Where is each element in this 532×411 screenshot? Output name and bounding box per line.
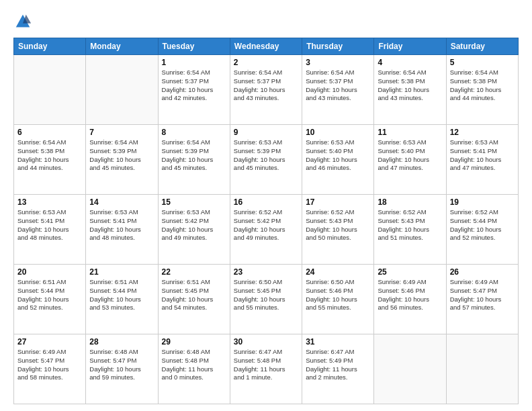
logo (13, 12, 35, 31)
calendar-cell: 23Sunrise: 6:50 AM Sunset: 5:45 PM Dayli… (230, 265, 302, 334)
day-info: Sunrise: 6:54 AM Sunset: 5:37 PM Dayligh… (306, 68, 370, 103)
day-info: Sunrise: 6:47 AM Sunset: 5:48 PM Dayligh… (234, 348, 298, 382)
day-number: 28 (89, 337, 154, 347)
calendar-header: SundayMondayTuesdayWednesdayThursdayFrid… (14, 38, 519, 55)
day-info: Sunrise: 6:52 AM Sunset: 5:42 PM Dayligh… (234, 208, 298, 242)
day-number: 9 (234, 128, 298, 137)
day-number: 2 (234, 58, 298, 67)
day-info: Sunrise: 6:47 AM Sunset: 5:49 PM Dayligh… (306, 348, 370, 382)
calendar-cell (374, 334, 446, 404)
header (13, 12, 519, 31)
calendar-week-row: 13Sunrise: 6:53 AM Sunset: 5:41 PM Dayli… (14, 195, 519, 265)
calendar-cell: 8Sunrise: 6:54 AM Sunset: 5:39 PM Daylig… (158, 125, 230, 195)
day-number: 29 (162, 337, 226, 347)
day-info: Sunrise: 6:54 AM Sunset: 5:39 PM Dayligh… (89, 138, 154, 173)
day-info: Sunrise: 6:51 AM Sunset: 5:44 PM Dayligh… (17, 278, 82, 312)
day-number: 25 (378, 267, 442, 277)
day-number: 23 (234, 267, 298, 277)
day-info: Sunrise: 6:54 AM Sunset: 5:38 PM Dayligh… (378, 68, 442, 103)
day-info: Sunrise: 6:54 AM Sunset: 5:37 PM Dayligh… (162, 68, 226, 103)
day-info: Sunrise: 6:53 AM Sunset: 5:40 PM Dayligh… (306, 138, 370, 173)
day-number: 11 (378, 128, 442, 137)
day-number: 3 (306, 58, 370, 67)
weekday-header: Saturday (446, 38, 518, 55)
calendar-cell: 22Sunrise: 6:51 AM Sunset: 5:45 PM Dayli… (158, 265, 230, 334)
day-info: Sunrise: 6:50 AM Sunset: 5:46 PM Dayligh… (306, 278, 370, 312)
day-info: Sunrise: 6:53 AM Sunset: 5:42 PM Dayligh… (162, 208, 226, 242)
logo-icon (13, 12, 32, 31)
calendar-cell: 14Sunrise: 6:53 AM Sunset: 5:41 PM Dayli… (86, 195, 158, 265)
day-info: Sunrise: 6:49 AM Sunset: 5:46 PM Dayligh… (378, 278, 442, 312)
day-number: 8 (162, 128, 226, 137)
day-number: 10 (306, 128, 370, 137)
day-info: Sunrise: 6:52 AM Sunset: 5:43 PM Dayligh… (306, 208, 370, 242)
calendar-cell (446, 334, 518, 404)
day-number: 20 (17, 267, 82, 277)
day-number: 24 (306, 267, 370, 277)
day-number: 21 (89, 267, 154, 277)
calendar-week-row: 27Sunrise: 6:49 AM Sunset: 5:47 PM Dayli… (14, 334, 519, 404)
calendar-cell: 26Sunrise: 6:49 AM Sunset: 5:47 PM Dayli… (446, 265, 518, 334)
calendar-cell: 9Sunrise: 6:53 AM Sunset: 5:39 PM Daylig… (230, 125, 302, 195)
calendar-table: SundayMondayTuesdayWednesdayThursdayFrid… (13, 38, 519, 404)
day-number: 1 (162, 58, 226, 67)
day-number: 12 (450, 128, 515, 137)
day-info: Sunrise: 6:53 AM Sunset: 5:40 PM Dayligh… (378, 138, 442, 173)
calendar-cell: 18Sunrise: 6:52 AM Sunset: 5:43 PM Dayli… (374, 195, 446, 265)
day-number: 15 (162, 197, 226, 207)
calendar-cell: 5Sunrise: 6:54 AM Sunset: 5:38 PM Daylig… (446, 55, 518, 125)
day-info: Sunrise: 6:53 AM Sunset: 5:41 PM Dayligh… (17, 208, 82, 242)
calendar-cell: 31Sunrise: 6:47 AM Sunset: 5:49 PM Dayli… (302, 334, 374, 404)
calendar-cell: 15Sunrise: 6:53 AM Sunset: 5:42 PM Dayli… (158, 195, 230, 265)
weekday-header: Tuesday (158, 38, 230, 55)
calendar-cell: 30Sunrise: 6:47 AM Sunset: 5:48 PM Dayli… (230, 334, 302, 404)
calendar-cell: 28Sunrise: 6:48 AM Sunset: 5:47 PM Dayli… (86, 334, 158, 404)
calendar-cell: 13Sunrise: 6:53 AM Sunset: 5:41 PM Dayli… (14, 195, 86, 265)
day-info: Sunrise: 6:52 AM Sunset: 5:44 PM Dayligh… (450, 208, 515, 242)
calendar-cell: 7Sunrise: 6:54 AM Sunset: 5:39 PM Daylig… (86, 125, 158, 195)
calendar-cell: 21Sunrise: 6:51 AM Sunset: 5:44 PM Dayli… (86, 265, 158, 334)
day-info: Sunrise: 6:53 AM Sunset: 5:41 PM Dayligh… (89, 208, 154, 242)
day-number: 13 (17, 197, 82, 207)
calendar-week-row: 20Sunrise: 6:51 AM Sunset: 5:44 PM Dayli… (14, 265, 519, 334)
calendar-cell: 6Sunrise: 6:54 AM Sunset: 5:38 PM Daylig… (14, 125, 86, 195)
calendar-cell: 4Sunrise: 6:54 AM Sunset: 5:38 PM Daylig… (374, 55, 446, 125)
day-info: Sunrise: 6:51 AM Sunset: 5:44 PM Dayligh… (89, 278, 154, 312)
calendar-cell: 1Sunrise: 6:54 AM Sunset: 5:37 PM Daylig… (158, 55, 230, 125)
day-info: Sunrise: 6:52 AM Sunset: 5:43 PM Dayligh… (378, 208, 442, 242)
calendar-cell: 2Sunrise: 6:54 AM Sunset: 5:37 PM Daylig… (230, 55, 302, 125)
page: SundayMondayTuesdayWednesdayThursdayFrid… (0, 0, 532, 411)
calendar-cell: 29Sunrise: 6:48 AM Sunset: 5:48 PM Dayli… (158, 334, 230, 404)
calendar-cell: 3Sunrise: 6:54 AM Sunset: 5:37 PM Daylig… (302, 55, 374, 125)
day-info: Sunrise: 6:49 AM Sunset: 5:47 PM Dayligh… (17, 348, 82, 382)
day-number: 18 (378, 197, 442, 207)
calendar-cell: 19Sunrise: 6:52 AM Sunset: 5:44 PM Dayli… (446, 195, 518, 265)
day-info: Sunrise: 6:53 AM Sunset: 5:39 PM Dayligh… (234, 138, 298, 173)
calendar-body: 1Sunrise: 6:54 AM Sunset: 5:37 PM Daylig… (14, 55, 519, 404)
day-info: Sunrise: 6:49 AM Sunset: 5:47 PM Dayligh… (450, 278, 515, 312)
day-number: 19 (450, 197, 515, 207)
calendar-cell: 17Sunrise: 6:52 AM Sunset: 5:43 PM Dayli… (302, 195, 374, 265)
day-info: Sunrise: 6:54 AM Sunset: 5:37 PM Dayligh… (234, 68, 298, 103)
day-number: 22 (162, 267, 226, 277)
day-info: Sunrise: 6:53 AM Sunset: 5:41 PM Dayligh… (450, 138, 515, 173)
day-number: 4 (378, 58, 442, 67)
day-info: Sunrise: 6:54 AM Sunset: 5:38 PM Dayligh… (17, 138, 82, 173)
calendar-week-row: 1Sunrise: 6:54 AM Sunset: 5:37 PM Daylig… (14, 55, 519, 125)
calendar-cell: 16Sunrise: 6:52 AM Sunset: 5:42 PM Dayli… (230, 195, 302, 265)
day-info: Sunrise: 6:51 AM Sunset: 5:45 PM Dayligh… (162, 278, 226, 312)
calendar-week-row: 6Sunrise: 6:54 AM Sunset: 5:38 PM Daylig… (14, 125, 519, 195)
day-info: Sunrise: 6:54 AM Sunset: 5:38 PM Dayligh… (450, 68, 515, 103)
calendar-cell: 11Sunrise: 6:53 AM Sunset: 5:40 PM Dayli… (374, 125, 446, 195)
day-number: 14 (89, 197, 154, 207)
day-number: 27 (17, 337, 82, 347)
day-number: 16 (234, 197, 298, 207)
weekday-header: Friday (374, 38, 446, 55)
weekday-header: Wednesday (230, 38, 302, 55)
calendar-cell: 12Sunrise: 6:53 AM Sunset: 5:41 PM Dayli… (446, 125, 518, 195)
calendar-cell: 27Sunrise: 6:49 AM Sunset: 5:47 PM Dayli… (14, 334, 86, 404)
weekday-header: Thursday (302, 38, 374, 55)
calendar-cell: 10Sunrise: 6:53 AM Sunset: 5:40 PM Dayli… (302, 125, 374, 195)
calendar-cell: 24Sunrise: 6:50 AM Sunset: 5:46 PM Dayli… (302, 265, 374, 334)
day-number: 5 (450, 58, 515, 67)
